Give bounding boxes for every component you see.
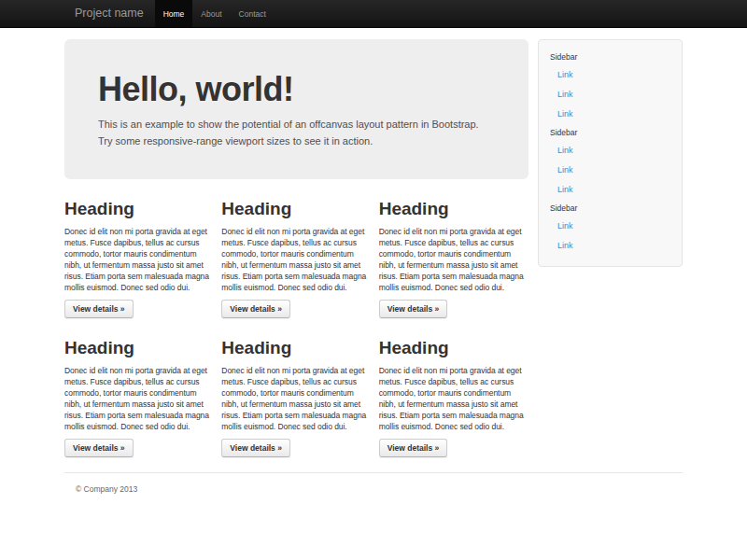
navbar-inner: Project name Home About Contact bbox=[64, 0, 683, 27]
main-nav: Home About Contact bbox=[155, 0, 275, 27]
card-body-text: Donec id elit non mi porta gravida at eg… bbox=[64, 365, 214, 432]
card-heading: Heading bbox=[221, 337, 371, 359]
card-body-text: Donec id elit non mi porta gravida at eg… bbox=[379, 226, 529, 293]
view-details-button[interactable]: View details » bbox=[221, 300, 290, 318]
nav-item-contact[interactable]: Contact bbox=[231, 0, 275, 27]
view-details-button[interactable]: View details » bbox=[221, 439, 290, 457]
nav-item-about[interactable]: About bbox=[192, 0, 230, 27]
content-card: Heading Donec id elit non mi porta gravi… bbox=[64, 198, 214, 318]
view-details-button[interactable]: View details » bbox=[379, 439, 448, 457]
content-row: Hello, world! This is an example to show… bbox=[64, 39, 683, 457]
content-card: Heading Donec id elit non mi porta gravi… bbox=[64, 337, 214, 457]
sidebar-link[interactable]: Link bbox=[539, 216, 682, 235]
page-container: Hello, world! This is an example to show… bbox=[64, 39, 683, 494]
view-details-button[interactable]: View details » bbox=[379, 300, 448, 318]
sidebar-link[interactable]: Link bbox=[539, 140, 682, 160]
nav-item-home[interactable]: Home bbox=[155, 0, 193, 27]
content-card: Heading Donec id elit non mi porta gravi… bbox=[379, 337, 529, 457]
view-details-button[interactable]: View details » bbox=[64, 439, 134, 457]
content-card: Heading Donec id elit non mi porta gravi… bbox=[379, 198, 529, 318]
sidebar-link[interactable]: Link bbox=[539, 235, 682, 255]
card-body-text: Donec id elit non mi porta gravida at eg… bbox=[64, 226, 214, 293]
navbar: Project name Home About Contact bbox=[0, 0, 747, 28]
sidebar-heading: Sidebar bbox=[539, 123, 682, 140]
sidebar-link[interactable]: Link bbox=[539, 64, 682, 84]
jumbotron-description: This is an example to show the potential… bbox=[98, 116, 495, 149]
content-card: Heading Donec id elit non mi porta gravi… bbox=[221, 198, 371, 318]
sidebar-link[interactable]: Link bbox=[539, 104, 682, 123]
card-heading: Heading bbox=[379, 198, 529, 220]
view-details-button[interactable]: View details » bbox=[64, 300, 134, 318]
sidebar-link[interactable]: Link bbox=[539, 160, 682, 179]
page-title: Hello, world! bbox=[98, 71, 495, 108]
card-heading: Heading bbox=[379, 337, 529, 359]
card-body-text: Donec id elit non mi porta gravida at eg… bbox=[221, 226, 371, 293]
main-column: Hello, world! This is an example to show… bbox=[64, 39, 529, 457]
footer-divider bbox=[64, 472, 683, 473]
sidebar-link[interactable]: Link bbox=[539, 179, 682, 199]
sidebar-heading: Sidebar bbox=[539, 199, 682, 216]
footer: © Company 2013 bbox=[64, 472, 683, 494]
cards-row-2: Heading Donec id elit non mi porta gravi… bbox=[64, 337, 529, 457]
card-heading: Heading bbox=[221, 198, 371, 220]
sidebar: Sidebar Link Link Link Sidebar Link Link… bbox=[538, 39, 683, 267]
sidebar-heading: Sidebar bbox=[539, 48, 682, 64]
copyright-text: © Company 2013 bbox=[64, 484, 683, 494]
card-body-text: Donec id elit non mi porta gravida at eg… bbox=[221, 365, 371, 432]
card-heading: Heading bbox=[64, 337, 214, 359]
card-body-text: Donec id elit non mi porta gravida at eg… bbox=[379, 365, 529, 432]
card-heading: Heading bbox=[64, 198, 214, 220]
jumbotron: Hello, world! This is an example to show… bbox=[64, 39, 529, 179]
cards-row-1: Heading Donec id elit non mi porta gravi… bbox=[64, 198, 529, 318]
content-card: Heading Donec id elit non mi porta gravi… bbox=[221, 337, 371, 457]
brand-link[interactable]: Project name bbox=[64, 0, 155, 27]
sidebar-link[interactable]: Link bbox=[539, 84, 682, 104]
